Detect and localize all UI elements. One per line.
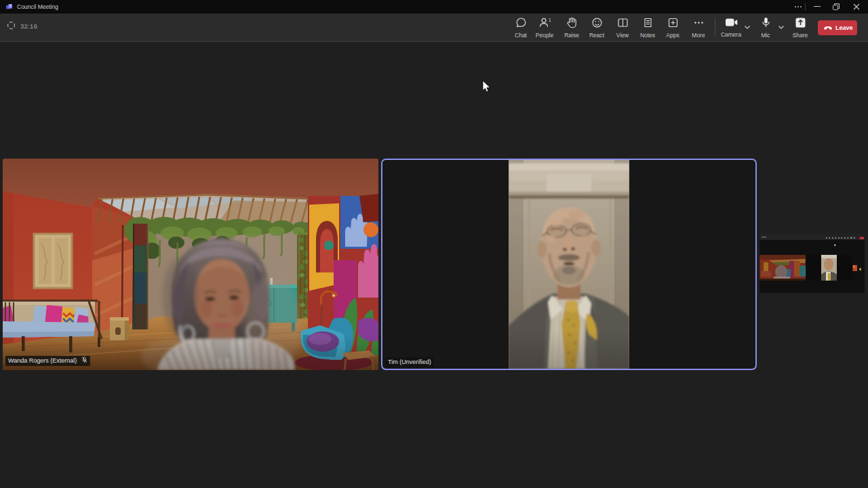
svg-text:1: 1 [549, 18, 551, 22]
svg-text:T: T [9, 5, 12, 8]
